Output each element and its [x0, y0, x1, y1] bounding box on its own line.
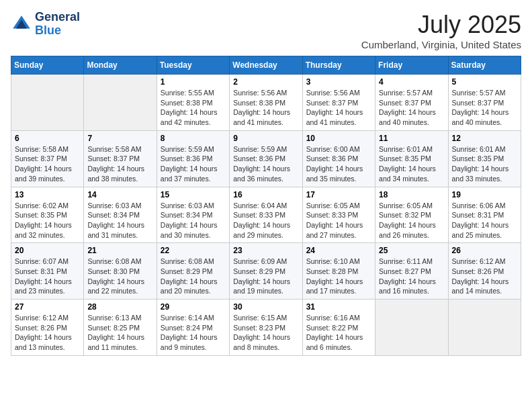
- weekday-header: Saturday: [448, 56, 521, 75]
- day-number: 25: [379, 246, 444, 255]
- day-detail: Sunrise: 5:57 AM Sunset: 8:37 PM Dayligh…: [379, 88, 444, 128]
- calendar-cell: [11, 75, 84, 131]
- day-detail: Sunrise: 6:08 AM Sunset: 8:30 PM Dayligh…: [87, 257, 152, 296]
- calendar-cell: 25Sunrise: 6:11 AM Sunset: 8:27 PM Dayli…: [375, 243, 448, 300]
- weekday-header: Monday: [84, 56, 157, 75]
- day-detail: Sunrise: 5:55 AM Sunset: 8:38 PM Dayligh…: [161, 88, 226, 128]
- calendar-cell: 12Sunrise: 6:01 AM Sunset: 8:35 PM Dayli…: [448, 130, 521, 187]
- calendar-cell: [448, 300, 521, 356]
- calendar-table: SundayMondayTuesdayWednesdayThursdayFrid…: [11, 56, 521, 356]
- day-number: 29: [161, 302, 226, 312]
- day-number: 20: [15, 246, 80, 255]
- calendar-cell: 28Sunrise: 6:13 AM Sunset: 8:25 PM Dayli…: [84, 300, 157, 356]
- calendar-cell: 10Sunrise: 6:00 AM Sunset: 8:36 PM Dayli…: [302, 130, 375, 187]
- calendar-cell: 16Sunrise: 6:04 AM Sunset: 8:33 PM Dayli…: [230, 187, 302, 243]
- day-detail: Sunrise: 6:02 AM Sunset: 8:35 PM Dayligh…: [15, 201, 80, 240]
- calendar-cell: 15Sunrise: 6:03 AM Sunset: 8:34 PM Dayli…: [157, 187, 229, 243]
- calendar-cell: 7Sunrise: 5:58 AM Sunset: 8:37 PM Daylig…: [84, 130, 157, 187]
- day-number: 1: [161, 77, 226, 87]
- day-detail: Sunrise: 5:59 AM Sunset: 8:36 PM Dayligh…: [161, 144, 226, 184]
- logo-text: General Blue: [35, 11, 80, 38]
- day-detail: Sunrise: 6:03 AM Sunset: 8:34 PM Dayligh…: [87, 201, 152, 240]
- day-detail: Sunrise: 6:12 AM Sunset: 8:26 PM Dayligh…: [15, 313, 80, 353]
- day-number: 7: [87, 134, 152, 143]
- calendar-cell: 30Sunrise: 6:15 AM Sunset: 8:23 PM Dayli…: [230, 300, 302, 356]
- day-number: 9: [233, 134, 298, 143]
- day-number: 22: [161, 246, 226, 255]
- day-number: 6: [15, 134, 80, 143]
- location-title: Cumberland, Virginia, United States: [361, 39, 521, 50]
- day-detail: Sunrise: 6:12 AM Sunset: 8:26 PM Dayligh…: [452, 257, 517, 296]
- calendar-cell: 31Sunrise: 6:16 AM Sunset: 8:22 PM Dayli…: [302, 300, 375, 356]
- day-detail: Sunrise: 6:00 AM Sunset: 8:36 PM Dayligh…: [306, 144, 371, 184]
- calendar-cell: [84, 75, 157, 131]
- weekday-header: Sunday: [11, 56, 84, 75]
- day-detail: Sunrise: 6:01 AM Sunset: 8:35 PM Dayligh…: [379, 144, 444, 184]
- calendar-cell: 13Sunrise: 6:02 AM Sunset: 8:35 PM Dayli…: [11, 187, 84, 243]
- day-number: 2: [233, 77, 298, 87]
- day-detail: Sunrise: 6:08 AM Sunset: 8:29 PM Dayligh…: [161, 257, 226, 296]
- calendar-cell: 26Sunrise: 6:12 AM Sunset: 8:26 PM Dayli…: [448, 243, 521, 300]
- logo: General Blue: [11, 11, 80, 38]
- day-detail: Sunrise: 6:15 AM Sunset: 8:23 PM Dayligh…: [233, 313, 298, 353]
- day-number: 11: [379, 134, 444, 143]
- calendar-week-row: 6Sunrise: 5:58 AM Sunset: 8:37 PM Daylig…: [11, 130, 521, 187]
- day-number: 16: [233, 190, 298, 199]
- calendar-cell: [375, 300, 448, 356]
- calendar-cell: 23Sunrise: 6:09 AM Sunset: 8:29 PM Dayli…: [230, 243, 302, 300]
- logo-icon: [11, 13, 32, 35]
- calendar-week-row: 20Sunrise: 6:07 AM Sunset: 8:31 PM Dayli…: [11, 243, 521, 300]
- page-header: General Blue July 2025 Cumberland, Virgi…: [11, 11, 521, 50]
- calendar-week-row: 27Sunrise: 6:12 AM Sunset: 8:26 PM Dayli…: [11, 300, 521, 356]
- calendar-cell: 29Sunrise: 6:14 AM Sunset: 8:24 PM Dayli…: [157, 300, 229, 356]
- day-detail: Sunrise: 6:11 AM Sunset: 8:27 PM Dayligh…: [379, 257, 444, 296]
- day-number: 13: [15, 190, 80, 199]
- calendar-cell: 1Sunrise: 5:55 AM Sunset: 8:38 PM Daylig…: [157, 75, 229, 131]
- calendar-cell: 9Sunrise: 5:59 AM Sunset: 8:36 PM Daylig…: [230, 130, 302, 187]
- day-number: 24: [306, 246, 371, 255]
- calendar-week-row: 1Sunrise: 5:55 AM Sunset: 8:38 PM Daylig…: [11, 75, 521, 131]
- weekday-header: Friday: [375, 56, 448, 75]
- day-detail: Sunrise: 6:04 AM Sunset: 8:33 PM Dayligh…: [233, 201, 298, 240]
- day-number: 10: [306, 134, 371, 143]
- day-detail: Sunrise: 6:05 AM Sunset: 8:32 PM Dayligh…: [379, 201, 444, 240]
- day-detail: Sunrise: 6:06 AM Sunset: 8:31 PM Dayligh…: [452, 201, 517, 240]
- calendar-cell: 20Sunrise: 6:07 AM Sunset: 8:31 PM Dayli…: [11, 243, 84, 300]
- calendar-week-row: 13Sunrise: 6:02 AM Sunset: 8:35 PM Dayli…: [11, 187, 521, 243]
- day-number: 14: [87, 190, 152, 199]
- day-detail: Sunrise: 6:09 AM Sunset: 8:29 PM Dayligh…: [233, 257, 298, 296]
- day-detail: Sunrise: 6:01 AM Sunset: 8:35 PM Dayligh…: [452, 144, 517, 184]
- day-detail: Sunrise: 5:58 AM Sunset: 8:37 PM Dayligh…: [15, 144, 80, 184]
- calendar-cell: 6Sunrise: 5:58 AM Sunset: 8:37 PM Daylig…: [11, 130, 84, 187]
- day-detail: Sunrise: 6:13 AM Sunset: 8:25 PM Dayligh…: [87, 313, 152, 353]
- day-number: 12: [452, 134, 517, 143]
- day-detail: Sunrise: 6:16 AM Sunset: 8:22 PM Dayligh…: [306, 313, 371, 353]
- calendar-cell: 14Sunrise: 6:03 AM Sunset: 8:34 PM Dayli…: [84, 187, 157, 243]
- weekday-header: Wednesday: [230, 56, 302, 75]
- day-detail: Sunrise: 5:58 AM Sunset: 8:37 PM Dayligh…: [87, 144, 152, 184]
- day-number: 30: [233, 302, 298, 312]
- weekday-header: Thursday: [302, 56, 375, 75]
- weekday-header: Tuesday: [157, 56, 229, 75]
- calendar-cell: 27Sunrise: 6:12 AM Sunset: 8:26 PM Dayli…: [11, 300, 84, 356]
- day-detail: Sunrise: 5:56 AM Sunset: 8:37 PM Dayligh…: [306, 88, 371, 128]
- day-number: 23: [233, 246, 298, 255]
- day-number: 17: [306, 190, 371, 199]
- day-number: 4: [379, 77, 444, 87]
- calendar-cell: 24Sunrise: 6:10 AM Sunset: 8:28 PM Dayli…: [302, 243, 375, 300]
- month-title: July 2025: [361, 11, 521, 39]
- day-detail: Sunrise: 6:07 AM Sunset: 8:31 PM Dayligh…: [15, 257, 80, 296]
- calendar-cell: 17Sunrise: 6:05 AM Sunset: 8:33 PM Dayli…: [302, 187, 375, 243]
- day-detail: Sunrise: 6:10 AM Sunset: 8:28 PM Dayligh…: [306, 257, 371, 296]
- day-detail: Sunrise: 6:03 AM Sunset: 8:34 PM Dayligh…: [161, 201, 226, 240]
- day-number: 19: [452, 190, 517, 199]
- day-detail: Sunrise: 5:57 AM Sunset: 8:37 PM Dayligh…: [452, 88, 517, 128]
- day-number: 8: [161, 134, 226, 143]
- calendar-cell: 5Sunrise: 5:57 AM Sunset: 8:37 PM Daylig…: [448, 75, 521, 131]
- calendar-cell: 8Sunrise: 5:59 AM Sunset: 8:36 PM Daylig…: [157, 130, 229, 187]
- day-detail: Sunrise: 6:05 AM Sunset: 8:33 PM Dayligh…: [306, 201, 371, 240]
- calendar-cell: 2Sunrise: 5:56 AM Sunset: 8:38 PM Daylig…: [230, 75, 302, 131]
- calendar-cell: 19Sunrise: 6:06 AM Sunset: 8:31 PM Dayli…: [448, 187, 521, 243]
- day-number: 21: [87, 246, 152, 255]
- calendar-cell: 22Sunrise: 6:08 AM Sunset: 8:29 PM Dayli…: [157, 243, 229, 300]
